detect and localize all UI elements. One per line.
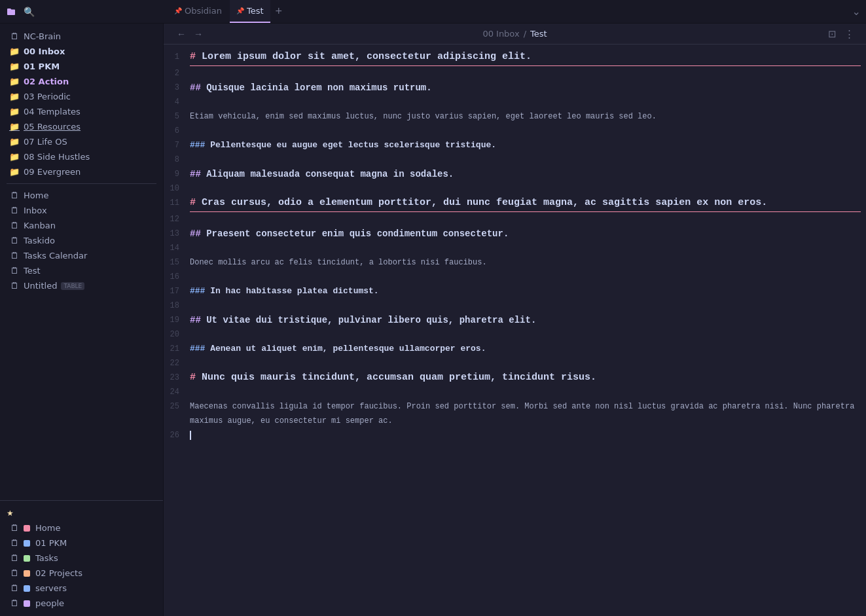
- file-icon: 🗒: [9, 206, 20, 215]
- line-number: 19: [164, 313, 190, 327]
- starred-label: Tasks: [35, 553, 58, 563]
- line-content[interactable]: [190, 428, 861, 443]
- line-number: 22: [164, 356, 190, 371]
- sidebar-starred-section: ★ 🗒 Home 🗒 01 PKM 🗒 Tasks 🗒 02 Proje: [0, 500, 163, 616]
- sidebar-starred-02projects[interactable]: 🗒 02 Projects: [3, 566, 160, 581]
- sidebar-item-00-inbox[interactable]: 📁 00 Inbox: [3, 44, 160, 59]
- sidebar-file-tree: 🗒 NC-Brain 📁 00 Inbox 📁 01 PKM 📁 02 Acti…: [0, 24, 163, 500]
- main-area: 🗒 NC-Brain 📁 00 Inbox 📁 01 PKM 📁 02 Acti…: [0, 24, 866, 616]
- line-content[interactable]: # Nunc quis mauris tincidunt, accumsan q…: [190, 371, 861, 385]
- sidebar-item-08-side-hustles[interactable]: 📁 08 Side Hustles: [3, 149, 160, 164]
- line-content[interactable]: Etiam vehicula, enim sed maximus luctus,…: [190, 109, 861, 124]
- editor-line: 25 Maecenas convallis ligula id tempor f…: [164, 399, 866, 428]
- tab-obsidian[interactable]: 📌 Obsidian: [168, 0, 228, 23]
- more-button[interactable]: ⌄: [852, 5, 861, 18]
- sidebar-item-03-periodic[interactable]: 📁 03 Periodic: [3, 89, 160, 104]
- line-content[interactable]: Donec mollis arcu ac felis tincidunt, a …: [190, 255, 861, 270]
- line-content[interactable]: ## Praesent consectetur enim quis condim…: [190, 226, 861, 241]
- line-content[interactable]: # Lorem ipsum dolor sit amet, consectetu…: [190, 50, 861, 66]
- sidebar-item-02-action[interactable]: 📁 02 Action: [3, 74, 160, 89]
- line-content[interactable]: ### Aenean ut aliquet enim, pellentesque…: [190, 342, 861, 356]
- line-content[interactable]: [190, 270, 861, 284]
- sidebar-item-nc-brain[interactable]: 🗒 NC-Brain: [3, 29, 160, 44]
- line-content[interactable]: [190, 327, 861, 342]
- sidebar-item-test[interactable]: 🗒 Test: [3, 263, 160, 278]
- file-icon: 🗒: [9, 583, 20, 593]
- line-content[interactable]: [190, 299, 861, 313]
- line-content[interactable]: ### Pellentesque eu augue eget lectus sc…: [190, 138, 861, 153]
- folder-icon[interactable]: [5, 6, 17, 18]
- line-content[interactable]: ### In hac habitasse platea dictumst.: [190, 284, 861, 299]
- sidebar-starred-01pkm[interactable]: 🗒 01 PKM: [3, 535, 160, 551]
- line-number: 1: [164, 50, 190, 64]
- sidebar-starred-tasks[interactable]: 🗒 Tasks: [3, 551, 160, 566]
- sidebar-item-07-life-os[interactable]: 📁 07 Life OS: [3, 134, 160, 149]
- starred-label: servers: [35, 583, 67, 593]
- line-content[interactable]: [190, 95, 861, 109]
- sidebar-starred-home[interactable]: 🗒 Home: [3, 520, 160, 535]
- sidebar-item-kanban[interactable]: 🗒 Kanban: [3, 218, 160, 233]
- sidebar-item-taskido[interactable]: 🗒 Taskido: [3, 233, 160, 248]
- search-icon[interactable]: 🔍: [21, 5, 37, 18]
- starred-label: 02 Projects: [35, 568, 82, 578]
- line-content[interactable]: [190, 66, 861, 81]
- line-content[interactable]: [190, 181, 861, 196]
- line-content[interactable]: [190, 153, 861, 167]
- editor-line: 1 # Lorem ipsum dolor sit amet, consecte…: [164, 50, 866, 66]
- line-content[interactable]: # Cras cursus, odio a elementum porttito…: [190, 196, 861, 212]
- line-content[interactable]: ## Ut vitae dui tristique, pulvinar libe…: [190, 313, 861, 327]
- line-number: 17: [164, 284, 190, 299]
- sidebar-item-tasks-calendar[interactable]: 🗒 Tasks Calendar: [3, 248, 160, 263]
- sidebar-item-05-resources[interactable]: 📁 05 Resources: [3, 119, 160, 134]
- editor-line: 17 ### In hac habitasse platea dictumst.: [164, 284, 866, 299]
- sidebar: 🗒 NC-Brain 📁 00 Inbox 📁 01 PKM 📁 02 Acti…: [0, 24, 164, 616]
- line-number: 24: [164, 385, 190, 399]
- sidebar-starred-servers[interactable]: 🗒 servers: [3, 581, 160, 596]
- line-content[interactable]: ## Quisque lacinia lorem non maximus rut…: [190, 81, 861, 95]
- tab-test[interactable]: 📌 Test: [230, 0, 270, 23]
- line-content[interactable]: [190, 356, 861, 371]
- sidebar-item-label: 00 Inbox: [24, 46, 65, 56]
- sidebar-item-inbox[interactable]: 🗒 Inbox: [3, 203, 160, 218]
- editor-line: 19 ## Ut vitae dui tristique, pulvinar l…: [164, 313, 866, 327]
- sidebar-item-untitled[interactable]: 🗒 Untitled TABLE: [3, 278, 160, 293]
- badge-table: TABLE: [61, 282, 84, 290]
- editor-content[interactable]: 1 # Lorem ipsum dolor sit amet, consecte…: [164, 45, 866, 616]
- sidebar-item-04-templates[interactable]: 📁 04 Templates: [3, 104, 160, 119]
- sidebar-item-label: 01 PKM: [24, 62, 60, 71]
- line-content[interactable]: Maecenas convallis ligula id tempor fauc…: [190, 399, 861, 428]
- line-number: 3: [164, 81, 190, 95]
- sidebar-item-01-pkm[interactable]: 📁 01 PKM: [3, 59, 160, 74]
- sidebar-starred-people[interactable]: 🗒 people: [3, 596, 160, 611]
- line-number: 9: [164, 167, 190, 181]
- color-dot: [24, 525, 30, 532]
- editor-line: 21 ### Aenean ut aliquet enim, pellentes…: [164, 342, 866, 356]
- editor-line: 20: [164, 327, 866, 342]
- line-content[interactable]: [190, 385, 861, 399]
- line-content[interactable]: [190, 241, 861, 255]
- sidebar-item-label: Inbox: [24, 206, 47, 215]
- star-icon: ★: [7, 509, 14, 518]
- line-content[interactable]: [190, 124, 861, 138]
- folder-icon: 📁: [9, 92, 20, 101]
- line-number: 2: [164, 66, 190, 81]
- add-tab-button[interactable]: +: [272, 5, 287, 18]
- line-content[interactable]: ## Aliquam malesuada consequat magna in …: [190, 167, 861, 181]
- color-dot: [24, 600, 30, 607]
- line-content[interactable]: [190, 212, 861, 226]
- folder-icon: 📁: [9, 137, 20, 147]
- more-options-button[interactable]: ⋮: [843, 27, 856, 41]
- editor-line: 9 ## Aliquam malesuada consequat magna i…: [164, 167, 866, 181]
- editor-line: 5 Etiam vehicula, enim sed maximus luctu…: [164, 109, 866, 124]
- open-sidepanel-button[interactable]: ⊡: [827, 27, 838, 41]
- editor-line: 11 # Cras cursus, odio a elementum portt…: [164, 196, 866, 212]
- nav-forward-button[interactable]: →: [191, 27, 206, 41]
- tab-label: Obsidian: [185, 6, 222, 16]
- editor-line: 12: [164, 212, 866, 226]
- sidebar-item-label: Taskido: [24, 236, 55, 245]
- nav-back-button[interactable]: ←: [174, 27, 189, 41]
- color-dot: [24, 555, 30, 562]
- sidebar-item-09-evergreen[interactable]: 📁 09 Evergreen: [3, 164, 160, 179]
- sidebar-item-home[interactable]: 🗒 Home: [3, 188, 160, 203]
- color-dot: [24, 540, 30, 547]
